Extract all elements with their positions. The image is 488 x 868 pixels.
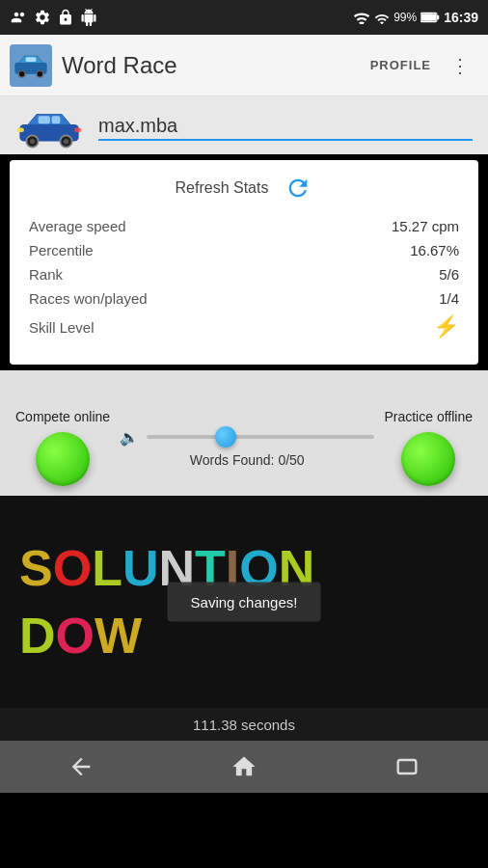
practice-offline-label: Practice offline: [384, 409, 473, 424]
svg-point-13: [64, 139, 68, 144]
signal-icon: [374, 11, 390, 24]
practice-offline-button[interactable]: [401, 432, 455, 486]
home-icon: [230, 753, 258, 780]
svg-rect-1: [421, 14, 436, 21]
stat-row-rank: Rank 5/6: [29, 266, 459, 283]
slider-thumb: [215, 426, 236, 448]
battery-icon: [420, 12, 440, 23]
back-icon: [68, 753, 95, 780]
svg-rect-14: [17, 128, 24, 132]
skill-icon: ⚡: [433, 314, 459, 339]
speaker-icon: 🔈: [120, 428, 139, 447]
letter-d: D: [19, 610, 56, 661]
refresh-row: Refresh Stats: [29, 174, 459, 203]
profile-button[interactable]: PROFILE: [359, 52, 443, 78]
battery-text: 99%: [393, 11, 417, 24]
slider-row: 🔈: [120, 428, 374, 447]
races-value: 1/4: [439, 290, 459, 307]
rank-label: Rank: [29, 266, 63, 283]
svg-point-5: [37, 70, 43, 77]
car-svg: [15, 108, 83, 149]
status-icons-left: [10, 8, 98, 27]
stat-row-races: Races won/played 1/4: [29, 290, 459, 307]
letter-s: S: [19, 543, 53, 593]
status-bar: 99% 16:39: [0, 0, 488, 35]
stat-row-percentile: Percentile 16.67%: [29, 242, 459, 258]
timer-bar: 111.38 seconds: [0, 708, 488, 741]
svg-rect-2: [437, 15, 439, 20]
slider-section: 🔈 Words Found: 0/50: [110, 428, 384, 468]
username-container: max.mba: [98, 115, 473, 141]
lock-icon: [56, 8, 75, 27]
car-app-icon: [12, 51, 50, 80]
android-icon: [79, 8, 98, 27]
svg-rect-6: [26, 57, 37, 62]
status-icons-right: 99% 16:39: [353, 10, 478, 25]
home-button[interactable]: [225, 747, 263, 786]
letter-o: O: [53, 543, 92, 593]
bottom-nav: [0, 741, 488, 793]
practice-offline-section: Practice offline: [384, 409, 473, 486]
game-controls: Compete online 🔈 Words Found: 0/50 Pract…: [0, 399, 488, 496]
app-bar: Word Race PROFILE ⋮: [0, 35, 488, 96]
letter-w: W: [95, 610, 142, 661]
toast-notification: Saving changes!: [168, 583, 321, 622]
stat-row-skill: Skill Level ⚡: [29, 314, 459, 339]
letter-o3: O: [56, 610, 95, 661]
app-title: Word Race: [62, 52, 359, 79]
recent-icon: [393, 753, 420, 780]
skill-label: Skill Level: [29, 319, 95, 336]
stat-row-speed: Average speed 15.27 cpm: [29, 218, 459, 234]
svg-rect-16: [397, 760, 416, 773]
average-speed-label: Average speed: [29, 218, 126, 234]
wifi-icon: [353, 11, 370, 24]
game-area: S O L U N T I O N D O W Saving changes!: [0, 496, 488, 708]
letter-u: U: [122, 543, 159, 593]
profile-section: max.mba: [0, 96, 488, 154]
status-time: 16:39: [444, 10, 478, 25]
menu-dots-button[interactable]: ⋮: [443, 48, 478, 83]
stats-card: Refresh Stats Average speed 15.27 cpm Pe…: [10, 160, 478, 365]
svg-point-4: [18, 70, 25, 77]
recent-apps-button[interactable]: [388, 747, 426, 786]
rank-value: 5/6: [439, 266, 459, 283]
percentile-value: 16.67%: [410, 242, 459, 258]
svg-rect-15: [74, 128, 81, 132]
people-icon: [10, 8, 29, 27]
profile-car-image: [15, 108, 83, 147]
refresh-button[interactable]: [284, 174, 312, 203]
compete-online-label: Compete online: [15, 409, 110, 424]
letter-l: L: [92, 543, 122, 593]
spacer: [0, 370, 488, 399]
username-text: max.mba: [98, 115, 473, 141]
percentile-label: Percentile: [29, 242, 94, 258]
svg-rect-8: [39, 116, 50, 123]
back-button[interactable]: [62, 747, 100, 786]
races-label: Races won/played: [29, 290, 148, 307]
compete-online-section: Compete online: [15, 409, 110, 486]
svg-rect-9: [52, 116, 61, 123]
volume-slider[interactable]: [147, 435, 374, 439]
words-found-text: Words Found: 0/50: [190, 452, 305, 468]
settings-icon: [33, 8, 52, 27]
app-icon: [10, 44, 52, 87]
refresh-label: Refresh Stats: [176, 179, 269, 197]
svg-point-11: [30, 139, 35, 144]
compete-online-button[interactable]: [36, 432, 90, 486]
average-speed-value: 15.27 cpm: [392, 218, 459, 234]
timer-text: 111.38 seconds: [193, 717, 295, 733]
